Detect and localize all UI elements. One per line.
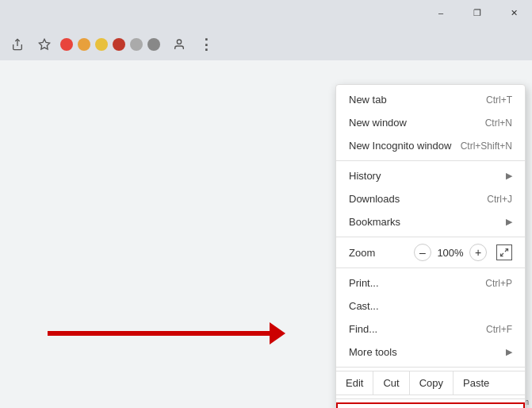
zoom-in-button[interactable]: + [469,244,487,261]
arrow-head [270,322,285,344]
submenu-arrow: ▶ [506,217,512,227]
dot-4 [113,38,125,51]
divider-3 [336,268,525,268]
submenu-arrow: ▶ [506,347,512,357]
svg-marker-1 [39,39,49,49]
dot-5 [130,38,143,51]
paste-button[interactable]: Paste [454,371,499,395]
menu-item-new-window[interactable]: New window Ctrl+N [336,111,525,134]
dot-1 [60,38,73,51]
divider-4 [336,367,525,368]
copy-button[interactable]: Copy [410,371,454,395]
context-menu: New tab Ctrl+T New window Ctrl+N New Inc… [335,84,526,408]
dot-2 [78,38,90,51]
close-button[interactable]: ✕ [496,0,532,25]
edit-row: Edit Cut Copy Paste [336,371,525,395]
zoom-out-button[interactable]: – [414,244,431,261]
svg-point-2 [177,40,181,44]
window-controls: – ❐ ✕ [423,0,532,25]
arrow-shaft [48,331,270,336]
zoom-row: Zoom – 100% + [336,241,525,264]
content-area: New tab Ctrl+T New window Ctrl+N New Inc… [0,60,532,408]
bookmark-icon[interactable] [33,33,55,56]
menu-item-find[interactable]: Find... Ctrl+F [336,318,525,341]
menu-item-downloads[interactable]: Downloads Ctrl+J [336,187,525,210]
dot-3 [95,38,108,51]
toolbar: ⋮ [0,29,532,60]
menu-item-settings[interactable]: Settings [336,402,525,408]
profile-button[interactable] [168,33,190,56]
divider-5 [336,398,525,399]
menu-item-cast[interactable]: Cast... [336,294,525,318]
profile-dots [60,38,160,51]
restore-button[interactable]: ❐ [459,0,496,25]
share-icon[interactable] [6,33,29,56]
zoom-control: – 100% + [414,244,512,261]
cut-button[interactable]: Cut [373,371,409,395]
arrow [48,322,285,344]
menu-item-new-tab[interactable]: New tab Ctrl+T [336,88,525,111]
menu-item-incognito[interactable]: New Incognito window Ctrl+Shift+N [336,134,525,157]
menu-button[interactable]: ⋮ [195,33,217,56]
fullscreen-button[interactable] [496,244,512,260]
divider-1 [336,160,525,161]
menu-item-bookmarks[interactable]: Bookmarks ▶ [336,210,525,233]
dot-6 [147,38,160,51]
menu-item-print[interactable]: Print... Ctrl+P [336,271,525,294]
submenu-arrow: ▶ [506,171,512,181]
browser-chrome: – ❐ ✕ [0,0,532,29]
menu-item-history[interactable]: History ▶ [336,164,525,187]
edit-button[interactable]: Edit [336,371,373,395]
minimize-button[interactable]: – [423,0,459,25]
divider-2 [336,237,525,237]
menu-item-more-tools[interactable]: More tools ▶ [336,341,525,364]
